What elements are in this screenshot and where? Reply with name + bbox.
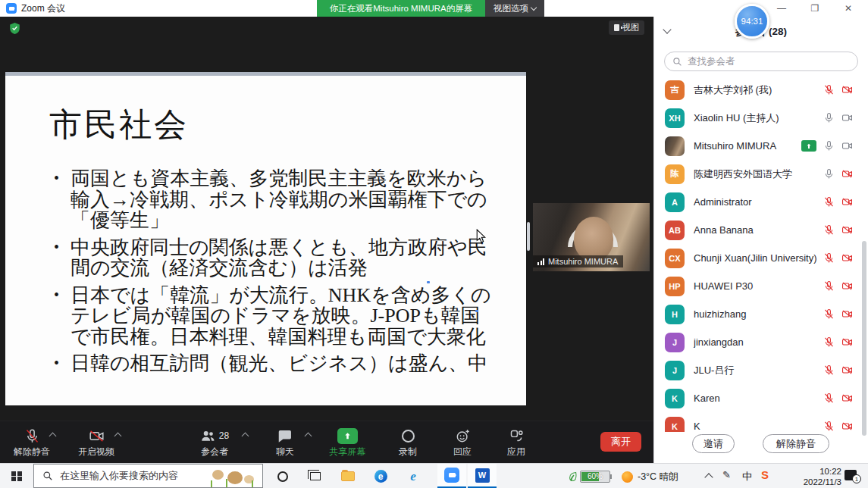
mic-icon[interactable] (823, 112, 835, 124)
participant-name: Mitsuhiro MIMURA (694, 140, 801, 152)
avatar: J (665, 361, 685, 380)
pen-icon[interactable]: ✎ (722, 469, 731, 480)
minimize-button[interactable]: — (767, 0, 796, 17)
mic-icon[interactable] (823, 421, 835, 432)
restore-button[interactable]: ❐ (801, 0, 829, 17)
speaker-video-thumbnail[interactable]: Mitsuhiro MIMURA (533, 203, 650, 271)
chat-button[interactable]: 聊天 (276, 427, 294, 458)
participant-row[interactable]: H huizhizhang (654, 300, 863, 328)
slide-scrollbar[interactable] (527, 222, 530, 251)
start-button[interactable] (0, 464, 33, 488)
participant-row[interactable]: K Karen (654, 384, 863, 412)
mic-icon[interactable] (823, 280, 835, 292)
close-button[interactable]: ✕ (834, 0, 863, 17)
zoom-taskbar-button[interactable] (437, 464, 466, 488)
chat-options-chevron[interactable] (305, 433, 312, 440)
word-taskbar-button[interactable]: W (468, 464, 497, 488)
camera-icon[interactable] (841, 336, 853, 348)
camera-icon[interactable] (841, 393, 853, 404)
participant-row[interactable]: J jinxiangdan (654, 328, 863, 356)
camera-icon[interactable] (841, 112, 853, 124)
mic-icon[interactable] (823, 168, 835, 180)
camera-icon[interactable] (841, 168, 853, 180)
avatar: 陈 (665, 164, 685, 184)
participants-button[interactable]: 28 参会者 (200, 427, 229, 458)
camera-icon[interactable] (841, 280, 853, 292)
mic-icon[interactable] (823, 224, 835, 236)
view-button[interactable]: 视图 (609, 20, 644, 35)
participant-row[interactable]: XH Xiaolin HU (主持人) (654, 104, 863, 132)
mic-icon[interactable] (823, 308, 835, 320)
camera-icon[interactable] (841, 140, 853, 152)
participant-row[interactable]: HP HUAWEI P30 (654, 272, 863, 300)
camera-icon[interactable] (841, 196, 853, 208)
participant-row[interactable]: 陈 陈建明西安外国语大学 (654, 160, 863, 188)
camera-icon[interactable] (841, 308, 853, 320)
ime-indicator[interactable]: 中 (742, 470, 752, 483)
action-center-button[interactable]: 1 (844, 470, 857, 480)
notification-badge: 1 (852, 474, 861, 483)
taskbar-clock[interactable]: 10:22 2022/11/3 (782, 466, 841, 488)
mic-icon[interactable] (823, 196, 835, 208)
weather-text[interactable]: -3°C 晴朗 (638, 471, 678, 483)
unmute-all-button[interactable]: 解除静音 (763, 434, 829, 453)
search-icon (42, 471, 53, 481)
mic-icon[interactable] (823, 364, 835, 376)
mic-icon[interactable] (823, 140, 835, 152)
view-options-button[interactable]: 视图选项 (485, 0, 544, 17)
reactions-button[interactable]: 回应 (453, 427, 472, 458)
taskbar-search-input[interactable]: 在这里输入你要搜索的内容 (33, 464, 263, 488)
share-screen-button[interactable]: 共享屏幕 (329, 427, 365, 458)
mic-icon[interactable] (24, 428, 40, 444)
security-shield-icon[interactable] (9, 22, 20, 35)
camera-icon[interactable] (841, 252, 853, 264)
task-view-button[interactable] (302, 464, 329, 488)
task-view-icon (310, 472, 321, 480)
camera-icon[interactable] (841, 364, 853, 376)
start-video-button[interactable]: 开启视频 (78, 427, 114, 458)
search-icon (672, 57, 682, 67)
mic-options-chevron[interactable] (49, 433, 57, 440)
edge-button[interactable]: e (367, 464, 394, 488)
mic-icon[interactable] (823, 84, 835, 95)
file-explorer-button[interactable] (334, 464, 362, 488)
participant-row[interactable]: 吉 吉林大学刘祁 (我) (654, 76, 863, 104)
participants-options-chevron[interactable] (242, 433, 249, 440)
zoom-app-icon (444, 468, 459, 483)
unmute-button[interactable]: 解除静音 (14, 427, 50, 458)
participant-row[interactable]: AB Anna Banana (654, 216, 863, 244)
participant-name: Chunji Xuan(Jilin University) (694, 252, 823, 264)
mic-icon[interactable] (823, 252, 835, 264)
participant-row[interactable]: K K (654, 412, 863, 432)
search-placeholder: 查找参会者 (688, 55, 735, 68)
camera-icon[interactable] (841, 224, 853, 236)
avatar: HP (665, 277, 685, 296)
participant-search-input[interactable]: 查找参会者 (664, 52, 858, 71)
slide-bullet: 両国とも資本主義、多党制民主主義を欧米から輸入→冷戦期、ポスト冷戦期の米国覇権下… (54, 168, 497, 231)
cortana-button[interactable] (269, 464, 296, 488)
invite-button[interactable]: 邀请 (692, 434, 735, 453)
camera-icon[interactable] (89, 428, 105, 444)
meeting-timer-badge[interactable]: 94:31 (735, 4, 769, 39)
sogou-icon[interactable]: S (761, 468, 769, 481)
participant-row[interactable]: CX Chunji Xuan(Jilin University) (654, 244, 863, 272)
word-icon: W (475, 468, 490, 483)
panel-scrollbar[interactable] (862, 241, 866, 436)
participant-name: 陈建明西安外国语大学 (694, 167, 823, 181)
battery-indicator[interactable]: 60% (580, 471, 610, 483)
participant-row[interactable]: J JLU-吕行 (654, 356, 863, 384)
tray-overflow-chevron[interactable] (704, 473, 713, 481)
mic-icon[interactable] (823, 393, 835, 404)
participant-row[interactable]: Mitsuhiro MIMURA (654, 132, 863, 160)
camera-icon[interactable] (841, 421, 853, 432)
apps-button[interactable]: 应用 (507, 427, 525, 458)
internet-explorer-button[interactable]: e (400, 464, 427, 488)
video-options-chevron[interactable] (114, 433, 122, 440)
camera-icon[interactable] (841, 84, 853, 95)
avatar: 吉 (665, 80, 685, 100)
meeting-toolbar: 解除静音 开启视频 28 参会者 (0, 421, 653, 463)
mic-icon[interactable] (823, 336, 835, 348)
record-button[interactable]: 录制 (399, 427, 417, 458)
leave-button[interactable]: 离开 (600, 432, 641, 452)
participant-row[interactable]: A Administrator (654, 188, 863, 216)
